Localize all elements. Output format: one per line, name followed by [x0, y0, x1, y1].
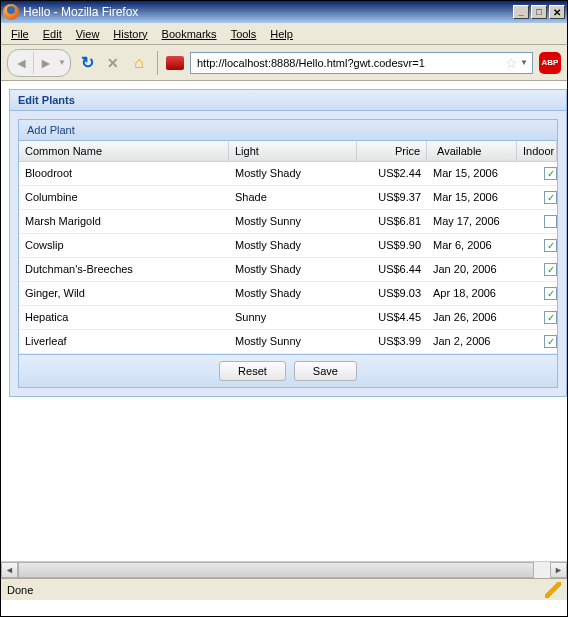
- cell-price: US$6.81: [357, 210, 427, 233]
- menu-history[interactable]: History: [107, 26, 153, 42]
- horizontal-scrollbar[interactable]: ◄ ►: [1, 561, 567, 578]
- table-row[interactable]: HepaticaSunnyUS$4.45Jan 26, 2006✓: [19, 306, 557, 330]
- indoor-checkbox[interactable]: ✓: [544, 335, 557, 348]
- adblock-icon[interactable]: ABP: [539, 52, 561, 74]
- scroll-track[interactable]: [18, 562, 550, 578]
- firefox-icon: [3, 4, 19, 20]
- window-titlebar: Hello - Mozilla Firefox _ □ ✕: [1, 1, 567, 23]
- back-button[interactable]: ◄: [10, 52, 34, 74]
- column-price[interactable]: Price: [357, 141, 427, 161]
- maximize-button[interactable]: □: [531, 5, 547, 19]
- cell-light: Shade: [229, 186, 357, 209]
- cell-indoor: ✓: [517, 258, 557, 281]
- table-row[interactable]: Marsh MarigoldMostly SunnyUS$6.81May 17,…: [19, 210, 557, 234]
- panel-title: Edit Plants: [10, 90, 566, 111]
- menu-bookmarks[interactable]: Bookmarks: [156, 26, 223, 42]
- cell-indoor: ✓: [517, 282, 557, 305]
- status-bar: Done: [1, 578, 567, 600]
- scroll-thumb[interactable]: [18, 562, 534, 578]
- cell-available: Mar 15, 2006: [427, 162, 517, 185]
- menu-edit[interactable]: Edit: [37, 26, 68, 42]
- menu-help[interactable]: Help: [264, 26, 299, 42]
- cell-name: Marsh Marigold: [19, 210, 229, 233]
- stop-button[interactable]: ✕: [103, 53, 123, 73]
- column-indoor[interactable]: Indoor: [517, 141, 557, 161]
- indoor-checkbox[interactable]: ✓: [544, 239, 557, 252]
- scroll-right-button[interactable]: ►: [550, 562, 567, 578]
- site-favicon: [166, 56, 184, 70]
- page-content: Edit Plants Add Plant Common Name Light …: [1, 81, 567, 578]
- cell-indoor: ✓: [517, 186, 557, 209]
- cell-name: Bloodroot: [19, 162, 229, 185]
- edit-plants-panel: Edit Plants Add Plant Common Name Light …: [9, 89, 567, 397]
- table-row[interactable]: Ginger, WildMostly ShadyUS$9.03Apr 18, 2…: [19, 282, 557, 306]
- cell-available: Jan 26, 2006: [427, 306, 517, 329]
- table-row[interactable]: CowslipMostly ShadyUS$9.90Mar 6, 2006✓: [19, 234, 557, 258]
- cell-available: Mar 15, 2006: [427, 186, 517, 209]
- cell-light: Mostly Shady: [229, 282, 357, 305]
- nav-toolbar: ◄ ► ▼ ↻ ✕ ⌂ ☆ ▼ ABP: [1, 45, 567, 81]
- cell-name: Hepatica: [19, 306, 229, 329]
- cell-indoor: ✓: [517, 162, 557, 185]
- cell-price: US$9.90: [357, 234, 427, 257]
- bookmark-star-icon[interactable]: ☆: [505, 55, 518, 71]
- url-bar[interactable]: ☆ ▼: [190, 52, 533, 74]
- reset-button[interactable]: Reset: [219, 361, 286, 381]
- menu-tools[interactable]: Tools: [225, 26, 263, 42]
- close-button[interactable]: ✕: [549, 5, 565, 19]
- cell-name: Dutchman's-Breeches: [19, 258, 229, 281]
- plants-grid: Add Plant Common Name Light Price Availa…: [18, 119, 558, 388]
- indoor-checkbox[interactable]: ✓: [544, 287, 557, 300]
- cell-name: Columbine: [19, 186, 229, 209]
- cell-price: US$2.44: [357, 162, 427, 185]
- cell-light: Sunny: [229, 306, 357, 329]
- table-row[interactable]: ColumbineShadeUS$9.37Mar 15, 2006✓: [19, 186, 557, 210]
- forward-button[interactable]: ►: [34, 52, 58, 74]
- column-light[interactable]: Light: [229, 141, 357, 161]
- cell-price: US$6.44: [357, 258, 427, 281]
- column-available[interactable]: Available: [427, 141, 517, 161]
- home-button[interactable]: ⌂: [129, 53, 149, 73]
- cell-available: May 17, 2006: [427, 210, 517, 233]
- firebug-icon[interactable]: [545, 582, 561, 598]
- cell-light: Mostly Shady: [229, 258, 357, 281]
- cell-light: Mostly Sunny: [229, 330, 357, 353]
- cell-price: US$9.37: [357, 186, 427, 209]
- status-text: Done: [7, 584, 545, 596]
- add-plant-button[interactable]: Add Plant: [19, 120, 557, 141]
- url-input[interactable]: [193, 57, 505, 69]
- save-button[interactable]: Save: [294, 361, 357, 381]
- cell-name: Ginger, Wild: [19, 282, 229, 305]
- toolbar-separator: [157, 51, 158, 75]
- minimize-button[interactable]: _: [513, 5, 529, 19]
- cell-price: US$4.45: [357, 306, 427, 329]
- cell-light: Mostly Shady: [229, 162, 357, 185]
- indoor-checkbox[interactable]: ✓: [544, 263, 557, 276]
- reload-button[interactable]: ↻: [77, 53, 97, 73]
- table-row[interactable]: LiverleafMostly SunnyUS$3.99Jan 2, 2006✓: [19, 330, 557, 354]
- table-row[interactable]: Dutchman's-BreechesMostly ShadyUS$6.44Ja…: [19, 258, 557, 282]
- cell-available: Apr 18, 2006: [427, 282, 517, 305]
- cell-indoor: ✓: [517, 234, 557, 257]
- indoor-checkbox[interactable]: ✓: [544, 167, 557, 180]
- cell-indoor: ✓: [517, 306, 557, 329]
- menu-file[interactable]: File: [5, 26, 35, 42]
- window-title: Hello - Mozilla Firefox: [23, 5, 513, 19]
- nav-history-dropdown[interactable]: ▼: [58, 58, 68, 67]
- indoor-checkbox[interactable]: [544, 215, 557, 228]
- indoor-checkbox[interactable]: ✓: [544, 311, 557, 324]
- cell-name: Cowslip: [19, 234, 229, 257]
- scroll-left-button[interactable]: ◄: [1, 562, 18, 578]
- table-row[interactable]: BloodrootMostly ShadyUS$2.44Mar 15, 2006…: [19, 162, 557, 186]
- indoor-checkbox[interactable]: ✓: [544, 191, 557, 204]
- cell-available: Jan 2, 2006: [427, 330, 517, 353]
- grid-header: Common Name Light Price Available Indoor: [19, 141, 557, 162]
- grid-body: BloodrootMostly ShadyUS$2.44Mar 15, 2006…: [19, 162, 557, 354]
- cell-indoor: ✓: [517, 330, 557, 353]
- cell-price: US$3.99: [357, 330, 427, 353]
- url-dropdown-icon[interactable]: ▼: [518, 58, 530, 67]
- column-common-name[interactable]: Common Name: [19, 141, 229, 161]
- cell-price: US$9.03: [357, 282, 427, 305]
- menu-view[interactable]: View: [70, 26, 106, 42]
- cell-available: Mar 6, 2006: [427, 234, 517, 257]
